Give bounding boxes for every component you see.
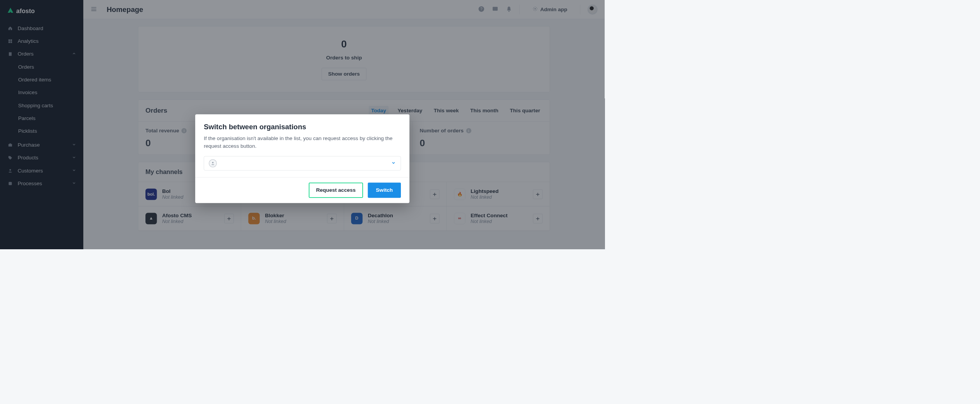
person-icon [209,159,217,167]
modal-title: Switch between organisations [204,123,401,131]
org-select[interactable] [204,156,401,171]
chevron-down-icon [391,161,396,166]
request-access-button[interactable]: Request access [309,183,363,198]
modal-subtitle: If the organisation isn't available in t… [204,134,401,150]
svg-point-15 [212,162,214,164]
modal-overlay[interactable]: Switch between organisations If the orga… [0,0,605,249]
switch-org-modal: Switch between organisations If the orga… [195,114,409,203]
switch-button[interactable]: Switch [368,183,401,198]
